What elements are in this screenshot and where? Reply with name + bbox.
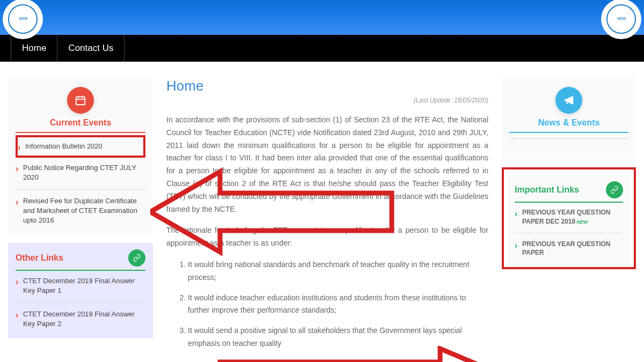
link-public-notice-ctet-july-2020[interactable]: Public Notice Regarding CTET JULY 2020 xyxy=(16,158,145,188)
logo-emblem-icon: भारत xyxy=(606,4,636,34)
important-links-title: Important Links xyxy=(515,185,579,195)
important-links-widget: Important Links PREVIOUS YEAR QUESTION P… xyxy=(507,175,631,267)
link-ctet-dec-2019-paper2[interactable]: CTET December 2019 Final Answer Key Pape… xyxy=(16,304,145,334)
link-ctet-dec-2019-paper1[interactable]: CTET December 2019 Final Answer Key Pape… xyxy=(16,271,145,301)
last-update-text: (Last Update :16/05/2020) xyxy=(166,97,488,104)
nav-home[interactable]: Home xyxy=(11,35,57,62)
main-content: Home (Last Update :16/05/2020) In accord… xyxy=(166,78,488,358)
intro-paragraph-1: In accordance with the provisions of sub… xyxy=(166,114,488,216)
logo-emblem-icon: भारत xyxy=(8,4,38,34)
news-events-widget: News & Events xyxy=(502,78,636,159)
logo-right: भारत xyxy=(601,0,641,39)
page-container: Current Events Information Bulletin 2020… xyxy=(0,62,644,358)
rationale-list: It would bring national standards and be… xyxy=(166,258,488,350)
intro-paragraph-2: The rationale for including the TET as a… xyxy=(166,224,488,250)
logo-left: भारत xyxy=(3,0,43,39)
list-item: It would induce teacher education instit… xyxy=(188,292,488,317)
separator xyxy=(16,302,145,303)
link-prev-year-paper[interactable]: PREVIOUS YEAR QUESTION PAPER xyxy=(515,234,623,263)
current-events-widget: Current Events Information Bulletin 2020… xyxy=(8,78,153,235)
other-links-title: Other Links xyxy=(16,253,63,263)
nav-contact-us[interactable]: Contact Us xyxy=(57,35,125,62)
calendar-icon xyxy=(67,87,94,114)
highlight-info-bulletin: Information Bulletin 2020 xyxy=(16,135,145,158)
list-item: It would bring national standards and be… xyxy=(188,258,488,284)
link-icon xyxy=(128,249,145,267)
link-icon xyxy=(606,181,623,198)
page-title: Home xyxy=(166,78,488,94)
sidebar-left: Current Events Information Bulletin 2020… xyxy=(8,78,153,358)
megaphone-icon xyxy=(555,87,582,114)
header-banner: भारत भारत xyxy=(0,0,644,35)
sidebar-right: News & Events Important Links PREVIOUS Y… xyxy=(502,78,636,358)
separator xyxy=(509,138,628,139)
highlight-important-links: Important Links PREVIOUS YEAR QUESTION P… xyxy=(502,167,636,269)
new-badge: NEW xyxy=(576,219,588,225)
main-navbar: Home Contact Us xyxy=(0,35,644,62)
link-prev-year-paper-dec-2018[interactable]: PREVIOUS YEAR QUESTION PAPER DEC 2018NEW xyxy=(515,203,623,232)
current-events-title: Current Events xyxy=(16,118,145,133)
news-events-title: News & Events xyxy=(509,118,628,133)
link-information-bulletin-2020[interactable]: Information Bulletin 2020 xyxy=(18,141,143,152)
list-item: It would send a positive signal to all s… xyxy=(188,324,488,350)
other-links-widget: Other Links CTET December 2019 Final Ans… xyxy=(8,243,153,338)
link-revised-fee-duplicate[interactable]: Revised Fee for Duplicate Certificate an… xyxy=(16,191,145,231)
svg-rect-0 xyxy=(76,97,85,105)
separator xyxy=(16,189,145,190)
separator xyxy=(515,233,623,233)
